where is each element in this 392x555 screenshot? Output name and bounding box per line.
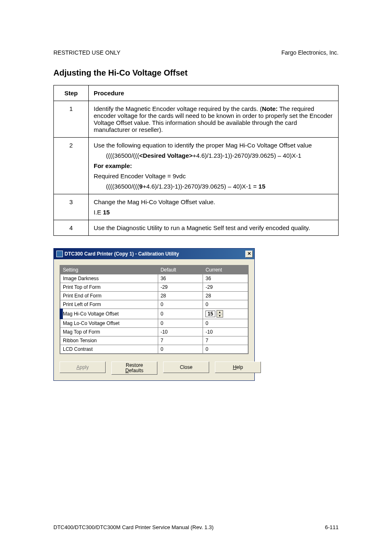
calibration-dialog: DTC300 Card Printer (Copy 1) - Calibrati… xyxy=(53,248,255,381)
table-row[interactable]: Ribbon Tension 7 7 xyxy=(60,336,248,345)
dialog-title: DTC300 Card Printer (Copy 1) - Calibrati… xyxy=(65,251,179,257)
procedure-table: Step Procedure 1 Identify the Magnetic E… xyxy=(53,85,339,236)
setting-current: 0 xyxy=(203,319,248,328)
setting-current: 36 xyxy=(203,274,248,283)
table-row[interactable]: Mag Top of Form -10 -10 xyxy=(60,328,248,336)
setting-default: -10 xyxy=(158,328,203,336)
setting-default: 7 xyxy=(158,336,203,345)
text-fragment: pply xyxy=(80,364,89,370)
chevron-down-icon[interactable]: ▼ xyxy=(217,314,223,318)
setting-current: -29 xyxy=(203,283,248,292)
equation: ((((36500/(((<Desired Voltage>+4.6)/1.23… xyxy=(94,152,333,159)
setting-current: 0 xyxy=(203,345,248,354)
setting-name: Ribbon Tension xyxy=(60,336,158,345)
restore-defaults-button[interactable]: Restore Defaults xyxy=(111,362,157,375)
setting-name: Print Top of Form xyxy=(60,283,158,292)
text-fragment: Identify the Magnetic Encoder voltage re… xyxy=(94,105,262,112)
setting-current[interactable]: 15 ▲ ▼ xyxy=(203,309,248,319)
settings-group: Setting Default Current Image Darkness 3… xyxy=(60,265,249,354)
text-fragment: I.E xyxy=(94,209,103,216)
setting-current: 7 xyxy=(203,336,248,345)
header-left: RESTRICTED USE ONLY xyxy=(53,49,120,56)
text-fragment: +4.6)/1.23)-1))-2670)/39.0625) – 40)X-1 … xyxy=(143,183,258,190)
step-text: Change the Mag Hi-Co Voltage Offset valu… xyxy=(89,194,339,220)
col-setting: Setting xyxy=(60,266,158,274)
text-fragment: ((((36500/((( xyxy=(106,183,139,190)
table-row[interactable]: Mag Hi-Co Voltage Offset 0 15 ▲ ▼ xyxy=(60,309,248,319)
col-procedure: Procedure xyxy=(89,85,339,101)
table-row[interactable]: Image Darkness 36 36 xyxy=(60,274,248,283)
text-fragment: D xyxy=(125,368,129,373)
text-fragment: efaults xyxy=(129,368,143,373)
selection-marker xyxy=(61,309,63,319)
note-label: Note: xyxy=(262,105,277,112)
setting-default: 0 xyxy=(158,319,203,328)
setting-name: Image Darkness xyxy=(60,274,158,283)
table-row: 2 Use the following equation to identify… xyxy=(54,138,339,194)
settings-table: Setting Default Current Image Darkness 3… xyxy=(60,265,248,354)
text-fragment: 15 xyxy=(103,209,110,216)
header-right: Fargo Electronics, Inc. xyxy=(281,49,339,56)
setting-default: 36 xyxy=(158,274,203,283)
table-row[interactable]: LCD Contrast 0 0 xyxy=(60,345,248,354)
text-line: I.E 15 xyxy=(94,209,333,216)
close-icon[interactable]: ✕ xyxy=(245,251,253,258)
setting-name: Mag Top of Form xyxy=(60,328,158,336)
text-line: Change the Mag Hi-Co Voltage Offset valu… xyxy=(94,198,333,205)
text-fragment: ((((36500/((( xyxy=(106,152,139,159)
col-step: Step xyxy=(54,85,89,101)
footer-right: 6-111 xyxy=(325,524,339,530)
setting-name: Mag Lo-Co Voltage Offset xyxy=(60,319,158,328)
setting-current: 0 xyxy=(203,300,248,309)
table-row[interactable]: Print Left of Form 0 0 xyxy=(60,300,248,309)
col-current: Current xyxy=(203,266,248,274)
text-fragment: <Desired Voltage> xyxy=(139,152,193,159)
step-num: 2 xyxy=(54,138,89,194)
table-row: 4 Use the Diagnostic Utility to run a Ma… xyxy=(54,220,339,236)
text-fragment: elp xyxy=(236,364,243,370)
table-row[interactable]: Mag Lo-Co Voltage Offset 0 0 xyxy=(60,319,248,328)
setting-default: 0 xyxy=(158,309,203,319)
text-line: Required Encoder Voltage = 9vdc xyxy=(94,173,333,180)
step-num: 4 xyxy=(54,220,89,236)
table-row: 3 Change the Mag Hi-Co Voltage Offset va… xyxy=(54,194,339,220)
setting-default: -29 xyxy=(158,283,203,292)
setting-name: Print End of Form xyxy=(60,292,158,300)
titlebar: DTC300 Card Printer (Copy 1) - Calibrati… xyxy=(54,249,254,259)
equation: ((((36500/(((9+4.6)/1.23)-1))-2670)/39.0… xyxy=(94,183,333,190)
step-num: 1 xyxy=(54,101,89,138)
footer-left: DTC400/DTC300/DTC300M Card Printer Servi… xyxy=(53,524,214,530)
step-text: Use the following equation to identify t… xyxy=(89,138,339,194)
table-row: 1 Identify the Magnetic Encoder voltage … xyxy=(54,101,339,138)
text-fragment: 15 xyxy=(258,183,265,190)
for-example: For example: xyxy=(94,162,333,169)
table-row[interactable]: Print Top of Form -29 -29 xyxy=(60,283,248,292)
apply-button[interactable]: Apply xyxy=(60,362,106,373)
setting-current: -10 xyxy=(203,328,248,336)
text-fragment: 9 xyxy=(139,183,143,190)
setting-default: 0 xyxy=(158,300,203,309)
setting-name: LCD Contrast xyxy=(60,345,158,354)
stepper-value[interactable]: 15 xyxy=(205,311,215,317)
text-fragment: +4.6)/1.23)-1))-2670)/39.0625) – 40)X-1 xyxy=(193,152,302,159)
step-num: 3 xyxy=(54,194,89,220)
section-title: Adjusting the Hi-Co Voltage Offset xyxy=(53,68,339,78)
help-button[interactable]: Help xyxy=(215,362,261,373)
quantity-stepper[interactable]: 15 ▲ ▼ xyxy=(205,310,223,318)
setting-name: Mag Hi-Co Voltage Offset xyxy=(60,309,158,319)
close-button[interactable]: Close xyxy=(163,362,209,373)
table-row[interactable]: Print End of Form 28 28 xyxy=(60,292,248,300)
app-icon xyxy=(56,251,63,257)
step-text: Identify the Magnetic Encoder voltage re… xyxy=(89,101,339,138)
setting-name: Print Left of Form xyxy=(60,300,158,309)
setting-default: 0 xyxy=(158,345,203,354)
text-line: Use the following equation to identify t… xyxy=(94,142,333,149)
setting-default: 28 xyxy=(158,292,203,300)
setting-current: 28 xyxy=(203,292,248,300)
chevron-up-icon[interactable]: ▲ xyxy=(217,311,223,314)
text-fragment: Mag Hi-Co Voltage Offset xyxy=(63,311,119,317)
step-text: Use the Diagnostic Utility to run a Magn… xyxy=(89,220,339,236)
stepper-buttons[interactable]: ▲ ▼ xyxy=(217,310,223,318)
text-fragment: A xyxy=(76,364,80,370)
col-default: Default xyxy=(158,266,203,274)
